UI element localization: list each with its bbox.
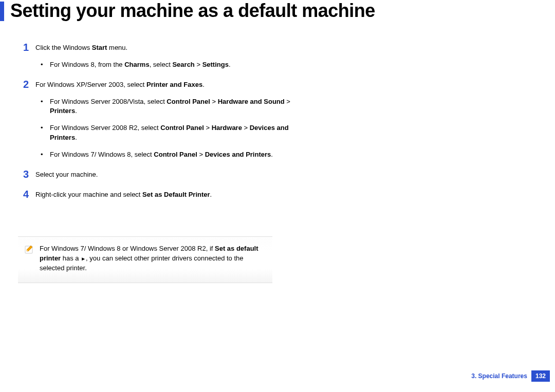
bullet-item: For Windows Server 2008 R2, select Contr… (35, 123, 301, 143)
step-2: 2 For Windows XP/Server 2003, select Pri… (23, 79, 301, 167)
step-body: Right-click your machine and select Set … (35, 189, 301, 207)
page-title: Setting your machine as a default machin… (10, 0, 375, 22)
note-box: For Windows 7/ Windows 8 or Windows Serv… (18, 236, 272, 283)
page-footer: 3. Special Features 132 (471, 370, 550, 382)
step-body: For Windows XP/Server 2003, select Print… (35, 79, 301, 167)
step-4: 4 Right-click your machine and select Se… (23, 189, 301, 207)
bullet-item: For Windows 8, from the Charms, select S… (35, 60, 301, 70)
step-number: 3 (23, 169, 35, 187)
step-number: 1 (23, 42, 35, 77)
step-3: 3 Select your machine. (23, 169, 301, 187)
text: Click the Windows (35, 44, 92, 51)
note-pencil-icon (24, 244, 34, 273)
instruction-content: 1 Click the Windows Start menu. For Wind… (23, 42, 301, 209)
page-number-badge: 132 (531, 370, 550, 382)
text-bold: Start (92, 44, 107, 51)
step-body: Click the Windows Start menu. For Window… (35, 42, 301, 77)
step-body: Select your machine. (35, 169, 301, 187)
note-text: For Windows 7/ Windows 8 or Windows Serv… (40, 244, 266, 273)
step-number: 4 (23, 189, 35, 207)
step-number: 2 (23, 79, 35, 167)
footer-chapter: 3. Special Features (471, 372, 527, 380)
title-accent-bar (0, 2, 4, 21)
step-1: 1 Click the Windows Start menu. For Wind… (23, 42, 301, 77)
bullet-item: For Windows Server 2008/Vista, select Co… (35, 97, 301, 117)
bullet-item: For Windows 7/ Windows 8, select Control… (35, 150, 301, 160)
triangle-right-icon: ► (81, 255, 86, 263)
text: menu. (107, 44, 127, 51)
